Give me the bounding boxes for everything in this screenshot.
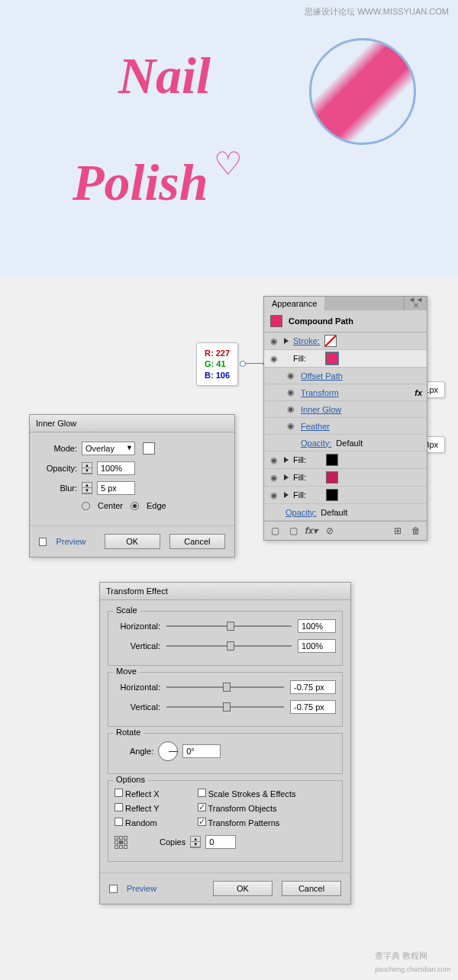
edge-radio[interactable]: [131, 502, 139, 510]
connector-line: [244, 363, 264, 364]
opacity-input[interactable]: [97, 461, 135, 475]
fill-row-1[interactable]: ◉ Fill:: [264, 350, 427, 368]
scale-v-input[interactable]: [298, 639, 336, 653]
transform-objects-checkbox[interactable]: [198, 803, 206, 811]
center-label: Center: [98, 501, 123, 510]
fill-swatch-black[interactable]: [326, 489, 338, 501]
panel-collapse-icon[interactable]: ◄◄✕: [404, 297, 427, 310]
stroke-link[interactable]: Stroke:: [293, 336, 320, 345]
transform-patterns-checkbox[interactable]: [198, 818, 206, 826]
fill-row-4[interactable]: ◉ Fill:: [264, 487, 427, 504]
stroke-row[interactable]: ◉ Stroke:: [264, 333, 427, 350]
feather-row[interactable]: ◉ Feather: [264, 418, 427, 435]
header-swatch: [270, 315, 282, 327]
expand-icon[interactable]: [284, 492, 289, 498]
clear-icon[interactable]: ⊘: [322, 525, 337, 537]
expand-icon[interactable]: [284, 457, 289, 463]
feather-link[interactable]: Feather: [301, 422, 330, 431]
stroke-swatch[interactable]: [324, 335, 337, 347]
visibility-icon[interactable]: ◉: [269, 490, 279, 500]
appearance-tab[interactable]: Appearance: [264, 297, 324, 310]
angle-input[interactable]: [182, 744, 221, 758]
copies-spinner[interactable]: ▲▼: [190, 836, 201, 848]
preview-label: Preview: [127, 884, 156, 893]
fill-swatch-black[interactable]: [326, 454, 338, 466]
visibility-icon[interactable]: ◉: [269, 353, 279, 364]
compound-path-label: Compound Path: [289, 316, 353, 326]
transform-link[interactable]: Transform: [301, 388, 339, 397]
visibility-icon[interactable]: ◉: [285, 404, 296, 415]
cancel-button[interactable]: Cancel: [169, 534, 225, 549]
visibility-icon[interactable]: ◉: [269, 472, 279, 483]
preview-checkbox[interactable]: [109, 885, 118, 893]
fill-label: Fill:: [293, 473, 306, 482]
blur-spinner[interactable]: ▲▼: [82, 482, 92, 494]
expand-icon[interactable]: [284, 474, 289, 480]
move-v-input[interactable]: [290, 700, 336, 714]
inner-glow-row[interactable]: ◉ Inner Glow: [264, 401, 427, 418]
artwork-preview: 思缘设计论坛 WWW.MISSYUAN.COM Nail ♡ Polish: [0, 0, 458, 277]
offset-path-row[interactable]: ◉ Offset Path: [264, 368, 427, 384]
transform-row[interactable]: ◉ Transform fx: [264, 384, 427, 401]
visibility-icon[interactable]: ◉: [285, 387, 296, 398]
random-checkbox[interactable]: [114, 818, 123, 826]
opacity-row-2[interactable]: Opacity: Default: [264, 504, 427, 521]
move-fieldset: Move Horizontal: Vertical:: [108, 672, 343, 727]
fill-label: Fill:: [293, 354, 306, 363]
move-v-slider[interactable]: [166, 706, 284, 708]
angle-dial[interactable]: [158, 741, 178, 761]
opacity-link[interactable]: Opacity:: [285, 508, 316, 517]
dialog-title: Inner Glow: [30, 415, 234, 432]
trash-icon[interactable]: 🗑: [408, 525, 424, 537]
transform-dialog: Transform Effect Scale Horizontal: Verti…: [99, 582, 351, 904]
glow-color-swatch[interactable]: [143, 442, 155, 455]
preview-checkbox[interactable]: [39, 538, 47, 546]
opacity-value: Default: [336, 439, 363, 448]
scale-h-slider[interactable]: [166, 625, 292, 627]
scale-h-input[interactable]: [298, 619, 336, 633]
duplicate-icon[interactable]: ⊞: [390, 525, 405, 537]
center-radio[interactable]: [82, 502, 90, 510]
new-fill-icon[interactable]: ▢: [285, 525, 301, 537]
visibility-icon[interactable]: ◉: [285, 371, 296, 381]
opacity-value: Default: [321, 508, 347, 517]
reflect-x-checkbox[interactable]: [114, 789, 123, 797]
move-h-input[interactable]: [290, 680, 336, 694]
fill-row-2[interactable]: ◉ Fill:: [264, 451, 427, 469]
fill-label: Fill:: [293, 490, 306, 500]
fill-row-3[interactable]: ◉ Fill:: [264, 469, 427, 487]
edge-label: Edge: [147, 501, 166, 510]
blur-label: Blur:: [39, 484, 77, 493]
opacity-spinner[interactable]: ▲▼: [82, 462, 92, 474]
mode-select[interactable]: Overlay▼: [82, 442, 135, 455]
reflect-y-checkbox[interactable]: [114, 803, 123, 811]
scale-fieldset: Scale Horizontal: Vertical:: [108, 611, 343, 666]
ok-button[interactable]: OK: [213, 881, 273, 896]
scale-strokes-checkbox[interactable]: [198, 789, 206, 797]
mode-label: Mode:: [39, 444, 77, 453]
fill-swatch[interactable]: [326, 352, 338, 365]
fx-menu-icon[interactable]: fx▾: [304, 525, 319, 537]
copies-input[interactable]: [205, 835, 236, 849]
visibility-icon[interactable]: ◉: [269, 455, 279, 465]
offset-path-link[interactable]: Offset Path: [301, 371, 343, 381]
new-stroke-icon[interactable]: ▢: [267, 525, 282, 537]
rgb-fill-callout: R: 227G: 41B: 106: [196, 342, 238, 386]
expand-icon[interactable]: [284, 338, 289, 344]
move-h-slider[interactable]: [166, 686, 284, 688]
options-fieldset: Options Reflect X Scale Strokes & Effect…: [108, 780, 343, 862]
preview-label: Preview: [56, 537, 85, 546]
move-v-label: Vertical:: [114, 702, 160, 712]
appearance-panel: ◄◄✕ Appearance Compound Path ◉ Stroke: ◉…: [263, 296, 427, 541]
scale-v-slider[interactable]: [166, 645, 292, 647]
reference-point-icon[interactable]: [114, 836, 127, 849]
blur-input[interactable]: [97, 481, 135, 495]
opacity-row-1[interactable]: Opacity: Default: [264, 435, 427, 451]
opacity-link[interactable]: Opacity:: [301, 439, 331, 448]
ok-button[interactable]: OK: [105, 534, 160, 549]
cancel-button[interactable]: Cancel: [282, 881, 341, 896]
inner-glow-link[interactable]: Inner Glow: [301, 405, 341, 414]
visibility-icon[interactable]: ◉: [285, 421, 296, 432]
fill-swatch-darkpink[interactable]: [326, 471, 338, 484]
visibility-icon[interactable]: ◉: [269, 336, 279, 346]
